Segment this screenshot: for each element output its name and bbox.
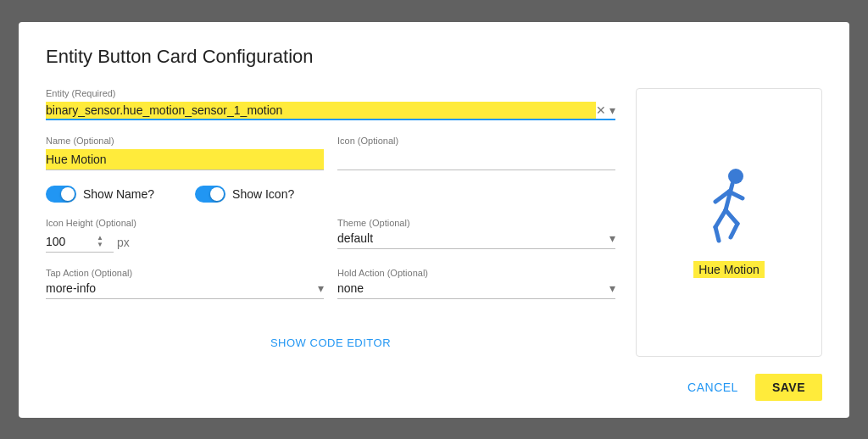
icon-height-label: Icon Height (Optional) [46, 218, 324, 228]
height-row: ▲ ▼ px [46, 231, 324, 253]
name-input[interactable] [46, 149, 324, 169]
show-name-label: Show Name? [83, 187, 154, 201]
tap-action-dropdown-icon: ▾ [318, 281, 324, 295]
entity-button-card-config-dialog: Entity Button Card Configuration Entity … [19, 22, 849, 418]
hold-action-field-group: Hold Action (Optional) none more-info to… [337, 268, 615, 299]
dialog-body: Entity (Required) ✕ ▾ Name (Optional) Ic… [46, 88, 822, 357]
svg-line-4 [715, 210, 726, 227]
icon-input-wrapper [337, 149, 615, 170]
svg-line-1 [726, 184, 732, 210]
preview-name-label: Hue Motion [693, 261, 765, 278]
entity-clear-icon[interactable]: ✕ [596, 103, 606, 117]
height-theme-row: Icon Height (Optional) ▲ ▼ px Theme [46, 218, 615, 268]
show-name-toggle[interactable] [46, 186, 76, 203]
hold-action-select[interactable]: none more-info toggle [337, 281, 609, 295]
icon-field-group: Icon (Optional) [337, 136, 615, 170]
dialog-footer: CANCEL SAVE [46, 367, 822, 401]
dialog-title: Entity Button Card Configuration [46, 46, 822, 68]
icon-input[interactable] [337, 149, 615, 169]
name-label: Name (Optional) [46, 136, 324, 146]
save-button[interactable]: SAVE [755, 374, 822, 401]
svg-line-6 [726, 210, 737, 224]
entity-field-group: Entity (Required) ✕ ▾ [46, 88, 615, 120]
hold-action-label: Hold Action (Optional) [337, 268, 615, 278]
icon-height-field-group: Icon Height (Optional) ▲ ▼ px [46, 218, 324, 253]
height-input-wrapper: ▲ ▼ [46, 231, 114, 253]
name-field-group: Name (Optional) [46, 136, 324, 170]
preview-icon [695, 166, 763, 254]
show-icon-label: Show Icon? [232, 187, 294, 201]
theme-dropdown-icon: ▾ [609, 231, 615, 245]
spin-buttons: ▲ ▼ [97, 235, 103, 248]
entity-dropdown-icon[interactable]: ▾ [609, 103, 615, 117]
px-label: px [117, 236, 130, 253]
entity-input[interactable] [46, 102, 596, 119]
cancel-button[interactable]: CANCEL [677, 374, 748, 401]
svg-line-5 [715, 227, 719, 241]
name-icon-row: Name (Optional) Icon (Optional) [46, 136, 615, 186]
toggle-row: Show Name? Show Icon? [46, 186, 615, 203]
tap-action-select[interactable]: more-info toggle none [46, 281, 318, 295]
icon-height-input[interactable] [46, 231, 97, 252]
show-icon-toggle-item: Show Icon? [195, 186, 294, 203]
name-input-wrapper [46, 149, 324, 170]
form-section: Entity (Required) ✕ ▾ Name (Optional) Ic… [46, 88, 615, 357]
tap-action-field-group: Tap Action (Optional) more-info toggle n… [46, 268, 324, 299]
entity-label: Entity (Required) [46, 88, 615, 98]
tap-action-wrapper: more-info toggle none ▾ [46, 281, 324, 299]
entity-input-wrapper: ✕ ▾ [46, 102, 615, 120]
show-code-section: SHOW CODE EDITOR [46, 335, 615, 350]
show-icon-toggle[interactable] [195, 186, 225, 203]
hold-action-dropdown-icon: ▾ [609, 281, 615, 295]
svg-line-7 [731, 224, 737, 237]
theme-field-group: Theme (Optional) default ▾ [337, 218, 615, 253]
theme-select-wrapper: default ▾ [337, 231, 615, 249]
spin-down-icon[interactable]: ▼ [97, 242, 103, 248]
preview-section: Hue Motion [636, 88, 822, 357]
walking-figure-svg [695, 166, 763, 251]
tap-action-label: Tap Action (Optional) [46, 268, 324, 278]
actions-row: Tap Action (Optional) more-info toggle n… [46, 268, 615, 314]
show-code-editor-button[interactable]: SHOW CODE EDITOR [270, 336, 391, 349]
show-name-toggle-item: Show Name? [46, 186, 154, 203]
icon-label: Icon (Optional) [337, 136, 615, 146]
hold-action-wrapper: none more-info toggle ▾ [337, 281, 615, 299]
theme-select[interactable]: default [337, 231, 609, 245]
theme-label: Theme (Optional) [337, 218, 615, 228]
svg-point-0 [728, 169, 743, 184]
